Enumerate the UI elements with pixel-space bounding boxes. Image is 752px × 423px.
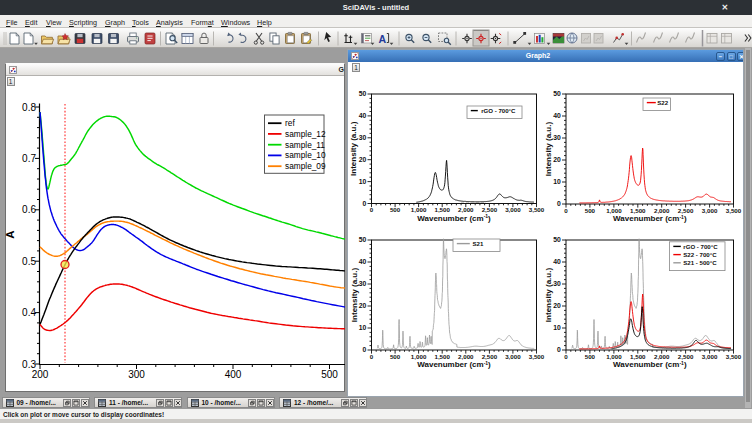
- svg-text:50: 50: [359, 90, 367, 97]
- svg-text:200: 200: [32, 369, 49, 380]
- svg-text:0: 0: [564, 353, 568, 360]
- svg-text:Wavenumber (cm-1): Wavenumber (cm-1): [613, 214, 687, 224]
- svg-text:3,000: 3,000: [702, 353, 718, 360]
- svg-text:500: 500: [390, 353, 401, 360]
- svg-text:3,500: 3,500: [529, 206, 545, 213]
- svg-text:S22 - 700°C: S22 - 700°C: [683, 251, 717, 258]
- svg-text:50: 50: [553, 236, 561, 243]
- svg-text:40: 40: [553, 112, 561, 119]
- svg-text:3,000: 3,000: [702, 207, 718, 214]
- svg-text:0.8: 0.8: [22, 102, 36, 113]
- svg-text:Wavenumber (cm-1): Wavenumber (cm-1): [417, 360, 491, 370]
- svg-text:2,500: 2,500: [482, 353, 498, 360]
- svg-text:30: 30: [359, 280, 367, 287]
- svg-text:0.4: 0.4: [22, 307, 36, 318]
- svg-text:3,500: 3,500: [726, 353, 742, 360]
- svg-text:3,500: 3,500: [529, 353, 545, 360]
- svg-text:0.7: 0.7: [22, 153, 36, 164]
- svg-text:1,500: 1,500: [630, 207, 646, 214]
- svg-text:sample_12: sample_12: [285, 129, 326, 139]
- svg-text:2,000: 2,000: [458, 206, 474, 213]
- svg-text:2,000: 2,000: [654, 353, 670, 360]
- svg-text:30: 30: [553, 280, 561, 287]
- svg-text:40: 40: [553, 258, 561, 265]
- svg-text:500: 500: [585, 353, 596, 360]
- svg-text:Intensity (a.u.): Intensity (a.u.): [350, 268, 359, 323]
- svg-text:1,500: 1,500: [434, 353, 450, 360]
- svg-text:500: 500: [390, 206, 401, 213]
- svg-text:2,500: 2,500: [482, 206, 498, 213]
- svg-text:0: 0: [370, 206, 374, 213]
- svg-text:A: A: [379, 33, 387, 45]
- svg-text:40: 40: [359, 112, 367, 119]
- svg-text:400: 400: [225, 369, 242, 380]
- svg-text:0.5: 0.5: [22, 256, 36, 267]
- svg-text:1,000: 1,000: [606, 353, 622, 360]
- svg-text:Intensity (a.u.): Intensity (a.u.): [350, 121, 359, 176]
- svg-text:50: 50: [359, 236, 367, 243]
- svg-text:0.6: 0.6: [22, 204, 36, 215]
- svg-text:sample_11: sample_11: [285, 140, 325, 150]
- svg-text:1,000: 1,000: [411, 353, 427, 360]
- svg-text:S21: S21: [473, 240, 484, 247]
- svg-text:0: 0: [557, 346, 561, 353]
- svg-text:Wavenumber (cm-1): Wavenumber (cm-1): [417, 213, 491, 223]
- svg-text:10: 10: [553, 178, 561, 185]
- svg-text:500: 500: [321, 369, 338, 380]
- svg-text:2,500: 2,500: [678, 353, 694, 360]
- svg-text:1,500: 1,500: [434, 206, 450, 213]
- svg-text:40: 40: [359, 258, 367, 265]
- svg-text:0: 0: [370, 353, 374, 360]
- svg-text:500: 500: [585, 207, 596, 214]
- svg-text:1,000: 1,000: [411, 206, 427, 213]
- svg-text:20: 20: [553, 302, 561, 309]
- svg-text:10: 10: [553, 324, 561, 331]
- svg-text:20: 20: [359, 156, 367, 163]
- svg-text:0: 0: [362, 346, 366, 353]
- svg-text:Intensity (a.u.): Intensity (a.u.): [544, 122, 553, 177]
- svg-text:3,000: 3,000: [505, 206, 521, 213]
- svg-text:1,500: 1,500: [630, 353, 646, 360]
- svg-text:0: 0: [564, 207, 568, 214]
- svg-text:50: 50: [553, 90, 561, 97]
- svg-text:3,500: 3,500: [726, 207, 742, 214]
- svg-text:ref: ref: [285, 118, 295, 128]
- svg-text:30: 30: [553, 134, 561, 141]
- svg-text:3,000: 3,000: [505, 353, 521, 360]
- svg-text:2,000: 2,000: [654, 207, 670, 214]
- svg-text:2,000: 2,000: [458, 353, 474, 360]
- svg-text:sample_10: sample_10: [285, 150, 326, 160]
- svg-text:30: 30: [359, 134, 367, 141]
- svg-text:1,000: 1,000: [606, 207, 622, 214]
- svg-text:300: 300: [128, 369, 145, 380]
- svg-text:10: 10: [359, 324, 367, 331]
- svg-text:20: 20: [359, 302, 367, 309]
- svg-text:S21 - 500°C: S21 - 500°C: [683, 259, 717, 266]
- svg-text:Wavenumber (cm-1): Wavenumber (cm-1): [613, 360, 687, 370]
- svg-text:A: A: [5, 230, 16, 238]
- svg-text:2,500: 2,500: [678, 207, 694, 214]
- svg-text:Intensity (a.u.): Intensity (a.u.): [544, 268, 553, 323]
- svg-text:10: 10: [359, 178, 367, 185]
- svg-text:S22: S22: [657, 99, 668, 106]
- svg-text:sample_09: sample_09: [285, 161, 326, 171]
- svg-text:0: 0: [362, 200, 366, 207]
- svg-text:rGO - 700°C: rGO - 700°C: [481, 107, 516, 114]
- svg-text:0: 0: [557, 200, 561, 207]
- svg-text:20: 20: [553, 156, 561, 163]
- svg-text:rGO - 700°C: rGO - 700°C: [683, 243, 718, 250]
